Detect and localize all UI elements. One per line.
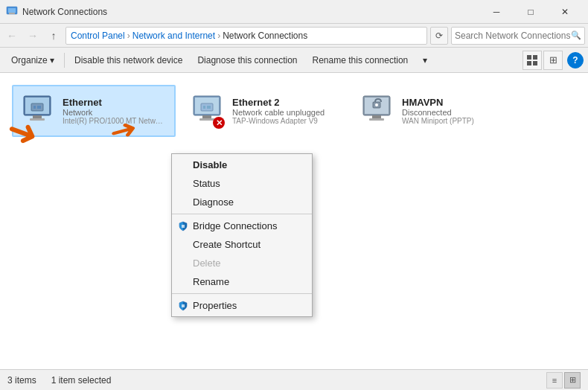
svg-rect-12: [33, 106, 36, 109]
window-icon: [6, 4, 18, 19]
svg-rect-26: [369, 118, 384, 121]
svg-rect-1: [8, 8, 16, 13]
svg-point-28: [375, 103, 378, 106]
svg-rect-30: [182, 304, 185, 307]
svg-rect-25: [372, 115, 381, 118]
up-button[interactable]: ↑: [45, 27, 63, 45]
breadcrumb-control-panel[interactable]: Control Panel: [71, 31, 125, 41]
window-title: Network Connections: [22, 7, 479, 17]
svg-rect-29: [182, 225, 185, 228]
close-button[interactable]: ✕: [548, 0, 582, 24]
ethernet2-adapter: TAP-Windows Adapter V9: [232, 117, 336, 125]
ctx-status[interactable]: Status: [172, 174, 312, 193]
hmavpn-adapter: WAN Miniport (PPTP): [402, 117, 506, 125]
network-items-container: Ethernet Network Intel(R) PRO/1000 MT Ne…: [12, 85, 576, 137]
svg-rect-17: [202, 115, 211, 118]
hmavpn-name: HMAVPN: [402, 97, 508, 108]
hmavpn-icon: [359, 93, 394, 129]
ethernet-info: Ethernet Network Intel(R) PRO/1000 MT Ne…: [63, 97, 168, 125]
address-bar: ← → ↑ Control Panel › Network and Intern…: [0, 24, 588, 48]
ethernet-name: Ethernet: [63, 97, 168, 108]
ctx-bridge[interactable]: Bridge Connections: [172, 217, 312, 235]
ethernet-adapter: Intel(R) PRO/1000 MT Network C...: [63, 117, 167, 125]
context-menu: Disable Status Diagnose Bridge Connectio…: [171, 153, 313, 317]
search-icon: 🔍: [571, 31, 581, 40]
net-item-ethernet[interactable]: Ethernet Network Intel(R) PRO/1000 MT Ne…: [12, 85, 176, 137]
main-window: Network Connections ─ □ ✕ ← → ↑ Control …: [0, 0, 588, 390]
toolbar-separator: [64, 53, 65, 68]
ethernet2-name: Ethernet 2: [232, 97, 338, 108]
svg-rect-6: [533, 61, 537, 65]
title-bar: Network Connections ─ □ ✕: [0, 0, 588, 24]
organize-button[interactable]: Organize ▾: [4, 51, 61, 70]
hmavpn-info: HMAVPN Disconnected WAN Miniport (PPTP): [402, 97, 508, 125]
svg-rect-2: [9, 13, 15, 14]
back-button[interactable]: ←: [3, 27, 21, 45]
ctx-delete: Delete: [172, 254, 312, 272]
ctx-sep-2: [172, 293, 312, 294]
items-count: 3 items: [7, 375, 36, 386]
ctx-shortcut[interactable]: Create Shortcut: [172, 235, 312, 254]
ethernet2-status: Network cable unplugged: [232, 108, 338, 117]
maximize-button[interactable]: □: [514, 0, 548, 24]
svg-rect-14: [39, 106, 41, 109]
svg-rect-3: [527, 55, 531, 60]
breadcrumb-network-internet[interactable]: Network and Internet: [132, 31, 215, 41]
shield-icon-properties: [178, 301, 188, 311]
view-toggle-button[interactable]: ⊞: [543, 51, 563, 70]
content-area: ➜ ➜: [0, 73, 588, 369]
svg-rect-10: [30, 118, 45, 121]
ctx-diagnose[interactable]: Diagnose: [172, 193, 312, 211]
net-item-hmavpn[interactable]: HMAVPN Disconnected WAN Miniport (PPTP): [351, 85, 515, 137]
ctx-sep-1: [172, 214, 312, 214]
ctx-rename[interactable]: Rename: [172, 272, 312, 291]
rename-button[interactable]: Rename this connection: [306, 51, 415, 70]
ethernet2-icon: ✕: [189, 93, 225, 129]
svg-rect-9: [33, 115, 42, 118]
net-item-ethernet2[interactable]: ✕ Ethernet 2 Network cable unplugged TAP…: [182, 85, 345, 137]
refresh-button[interactable]: ⟳: [430, 27, 448, 45]
breadcrumb-network-connections: Network Connections: [223, 31, 307, 41]
shield-icon-bridge: [178, 221, 188, 231]
selection-info: 1 item selected: [51, 375, 112, 386]
minimize-button[interactable]: ─: [479, 0, 514, 24]
disable-button[interactable]: Disable this network device: [68, 51, 189, 70]
hmavpn-status: Disconnected: [402, 108, 508, 117]
toolbar-views: ⊞ ?: [523, 51, 584, 70]
svg-rect-5: [527, 61, 531, 65]
svg-rect-18: [199, 118, 214, 121]
status-view-controls: ≡ ⊞: [546, 372, 581, 389]
ctx-disable[interactable]: Disable: [172, 156, 312, 174]
change-view-button[interactable]: [523, 51, 542, 70]
search-input[interactable]: [455, 31, 571, 41]
status-list-view[interactable]: ≡: [546, 372, 563, 389]
svg-rect-4: [533, 55, 537, 60]
forward-button[interactable]: →: [24, 27, 42, 45]
diagnose-button[interactable]: Diagnose this connection: [191, 51, 304, 70]
error-badge: ✕: [213, 117, 225, 129]
toolbar: Organize ▾ Disable this network device D…: [0, 48, 588, 73]
svg-rect-20: [203, 106, 205, 109]
help-button[interactable]: ?: [567, 52, 584, 68]
ctx-properties[interactable]: Properties: [172, 296, 312, 315]
svg-rect-22: [208, 106, 211, 109]
status-bar: 3 items 1 item selected ≡ ⊞: [0, 369, 588, 390]
search-box: 🔍: [451, 27, 585, 45]
ethernet2-info: Ethernet 2 Network cable unplugged TAP-W…: [232, 97, 338, 125]
more-button[interactable]: ▾: [416, 51, 434, 70]
ethernet-icon: [19, 93, 55, 129]
breadcrumb: Control Panel › Network and Internet › N…: [65, 27, 427, 45]
ethernet-status: Network: [63, 108, 168, 117]
status-large-view[interactable]: ⊞: [564, 372, 581, 389]
window-controls: ─ □ ✕: [479, 0, 582, 24]
